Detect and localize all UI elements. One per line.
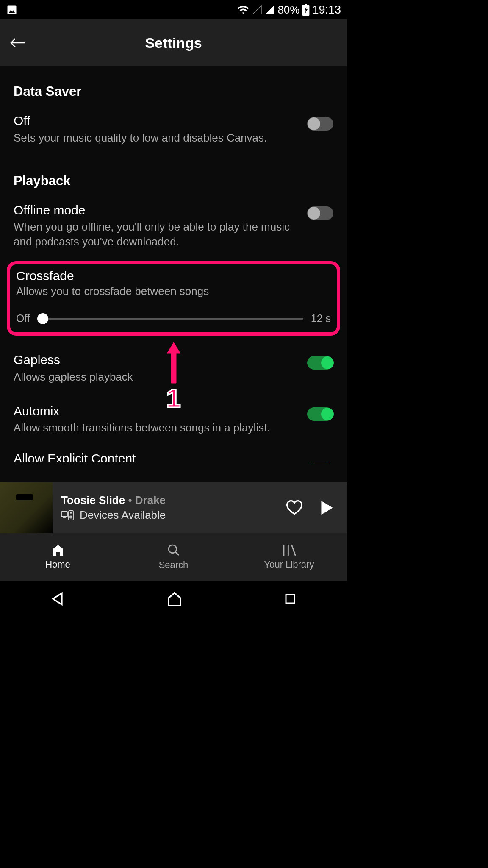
artist-name: Drake [135,494,166,506]
setting-title: Off [14,113,297,129]
page-title: Settings [0,35,347,51]
wifi-icon [237,5,250,15]
android-nav-bar [0,581,347,617]
setting-title: Offline mode [14,202,297,218]
play-button[interactable] [320,500,334,516]
nav-label: Search [159,559,189,570]
setting-subtitle: When you go offline, you'll only be able… [14,220,297,249]
setting-automix[interactable]: Automix Allow smooth transitions between… [0,387,347,438]
nav-search[interactable]: Search [116,533,231,581]
nav-library[interactable]: Your Library [231,533,347,581]
setting-subtitle: Allow smooth transitions between songs i… [14,420,297,435]
nav-home[interactable]: Home [0,533,116,581]
setting-offline-mode[interactable]: Offline mode When you go offline, you'll… [0,194,347,252]
signal-full-icon [265,5,275,15]
toggle-automix[interactable] [307,407,333,421]
nav-label: Home [45,559,70,570]
setting-data-saver-off[interactable]: Off Sets your music quality to low and d… [0,104,347,148]
svg-rect-19 [286,595,294,603]
android-back-button[interactable] [50,591,66,606]
setting-title: Crossfade [16,269,331,283]
track-name: Toosie Slide [61,494,125,506]
setting-subtitle: Allows gapless playback [14,370,297,384]
setting-title: Allow Explicit Content [14,451,297,462]
nav-label: Your Library [264,559,314,570]
image-icon [6,4,18,16]
svg-rect-3 [305,4,308,5]
setting-title: Automix [14,403,297,419]
settings-header: Settings [0,19,347,66]
devices-icon[interactable] [61,510,74,520]
clock: 19:13 [312,3,341,17]
android-home-button[interactable] [166,591,183,606]
svg-line-17 [291,545,295,556]
svg-point-13 [169,545,177,553]
back-button[interactable] [8,33,27,52]
crossfade-right-label: 12 s [311,312,331,325]
svg-line-14 [175,552,179,555]
svg-marker-12 [321,501,333,515]
devices-label[interactable]: Devices Available [80,509,166,522]
slider-thumb[interactable] [37,313,48,324]
battery-charging-icon [302,4,310,16]
toggle-gapless[interactable] [307,356,333,370]
toggle-data-saver[interactable] [307,117,333,131]
crossfade-slider[interactable] [38,318,303,320]
setting-subtitle: Allows you to crossfade between songs [16,285,331,298]
status-bar: 80% 19:13 [0,0,347,19]
svg-point-10 [70,516,72,518]
section-playback: Playback [0,148,347,194]
setting-explicit[interactable]: Allow Explicit Content Turn on to play e… [0,438,347,462]
album-art[interactable] [0,482,53,533]
svg-point-11 [71,512,72,513]
svg-rect-0 [8,6,17,14]
now-playing-title-line: Toosie Slide • Drake [61,494,286,507]
battery-percent: 80% [277,3,299,17]
toggle-offline-mode[interactable] [307,206,333,220]
android-recent-button[interactable] [284,593,297,605]
setting-crossfade-highlight: Crossfade Allows you to crossfade betwee… [7,261,340,336]
separator: • [125,494,135,506]
setting-gapless[interactable]: Gapless Allows gapless playback [0,339,347,387]
like-button[interactable] [286,500,303,515]
crossfade-left-label: Off [16,312,30,325]
bottom-nav: Home Search Your Library [0,533,347,581]
svg-rect-7 [61,512,67,517]
now-playing-bar[interactable]: Toosie Slide • Drake Devices Available [0,482,347,533]
settings-content: Data Saver Off Sets your music quality t… [0,66,347,482]
svg-marker-18 [53,593,62,605]
toggle-explicit[interactable] [307,462,333,462]
setting-subtitle: Sets your music quality to low and disab… [14,131,297,145]
signal-empty-icon [252,5,262,15]
setting-title: Gapless [14,352,297,368]
section-data-saver: Data Saver [0,66,347,104]
